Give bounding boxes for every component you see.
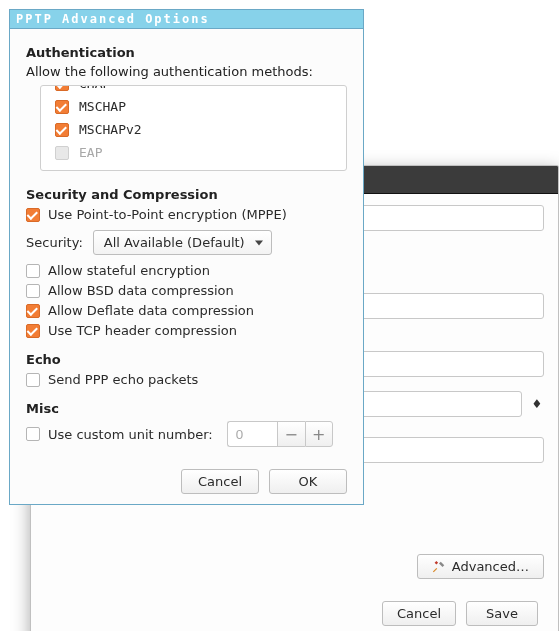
deflate-label: Allow Deflate data compression [48,303,254,318]
checkbox-eap[interactable] [55,146,69,160]
ok-button[interactable]: OK [269,469,347,494]
advanced-label: Advanced… [452,559,529,574]
tcp-row[interactable]: Use TCP header compression [26,323,347,338]
cancel-button[interactable]: Cancel [181,469,259,494]
ppp-row[interactable]: Send PPP echo packets [26,372,347,387]
auth-method-label: MSCHAPv2 [79,122,142,137]
checkbox-unit[interactable] [26,427,40,441]
ppp-label: Send PPP echo packets [48,372,198,387]
checkbox-mschapv2[interactable] [55,123,69,137]
help-icon[interactable]: ♦ [530,397,544,411]
bg-save-button[interactable]: Save [466,601,538,626]
tools-icon [432,560,446,574]
stateful-label: Allow stateful encryption [48,263,210,278]
ok-label: OK [299,474,318,489]
bg-cancel-button[interactable]: Cancel [382,601,456,626]
checkbox-tcp[interactable] [26,324,40,338]
misc-heading: Misc [26,401,347,416]
checkbox-deflate[interactable] [26,304,40,318]
pptp-advanced-dialog: PPTP Advanced Options Authentication All… [9,9,364,505]
mppe-label: Use Point-to-Point encryption (MPPE) [48,207,287,222]
checkbox-chap[interactable] [55,85,69,91]
tcp-label: Use TCP header compression [48,323,237,338]
auth-method-chap[interactable]: CHAP [41,85,346,95]
auth-method-mschap[interactable]: MSCHAP [41,95,346,118]
unit-increment[interactable]: + [305,421,333,447]
unit-input[interactable] [227,421,277,447]
chevron-down-icon [255,240,263,245]
unit-row[interactable]: Use custom unit number: − + [26,421,347,447]
checkbox-bsd[interactable] [26,284,40,298]
auth-method-label: CHAP [79,85,110,91]
checkbox-mschap[interactable] [55,100,69,114]
unit-decrement[interactable]: − [277,421,305,447]
auth-method-label: EAP [79,145,102,160]
auth-heading: Authentication [26,45,347,60]
mppe-row[interactable]: Use Point-to-Point encryption (MPPE) [26,207,347,222]
bsd-label: Allow BSD data compression [48,283,234,298]
security-value: All Available (Default) [104,235,245,250]
auth-allow-text: Allow the following authentication metho… [26,64,347,79]
dialog-title: PPTP Advanced Options [10,10,363,29]
auth-method-label: MSCHAP [79,99,126,114]
auth-method-list[interactable]: CHAP MSCHAP MSCHAPv2 EAP [40,85,347,171]
security-label: Security: [26,235,83,250]
deflate-row[interactable]: Allow Deflate data compression [26,303,347,318]
auth-method-eap[interactable]: EAP [41,141,346,164]
bg-cancel-label: Cancel [397,606,441,621]
advanced-button[interactable]: Advanced… [417,554,544,579]
checkbox-ppp[interactable] [26,373,40,387]
bsd-row[interactable]: Allow BSD data compression [26,283,347,298]
checkbox-mppe[interactable] [26,208,40,222]
cancel-label: Cancel [198,474,242,489]
unit-label: Use custom unit number: [48,427,213,442]
checkbox-stateful[interactable] [26,264,40,278]
echo-heading: Echo [26,352,347,367]
sec-heading: Security and Compression [26,187,347,202]
bg-save-label: Save [486,606,518,621]
auth-method-mschapv2[interactable]: MSCHAPv2 [41,118,346,141]
stateful-row[interactable]: Allow stateful encryption [26,263,347,278]
security-combo[interactable]: All Available (Default) [93,230,272,255]
